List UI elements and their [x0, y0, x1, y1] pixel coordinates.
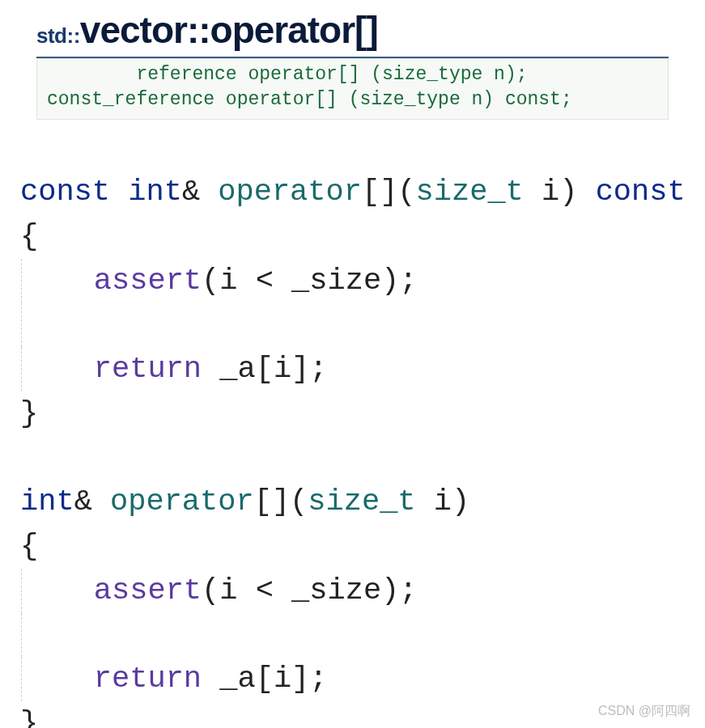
signature-box: reference operator[] (size_type n); cons… — [36, 58, 669, 120]
code-block: const int& operator[](size_t i) const { … — [19, 170, 705, 728]
code-line: int& operator[](size_t i) — [19, 480, 705, 524]
code-line — [19, 436, 705, 480]
page-title: std::vector::operator[] — [36, 8, 669, 58]
code-line: assert(i < _size); — [21, 259, 705, 303]
code-line: { — [19, 214, 705, 259]
code-line: assert(i < _size); — [21, 569, 705, 613]
title-namespace: std:: — [36, 23, 80, 48]
code-line: return _a[i]; — [21, 347, 705, 392]
code-line: } — [19, 392, 705, 436]
watermark: CSDN @阿四啊 — [598, 703, 690, 720]
code-line — [21, 613, 705, 658]
code-line: { — [19, 524, 705, 569]
signature-line-2: const_reference operator[] (size_type n)… — [47, 87, 658, 112]
code-line — [21, 303, 705, 347]
title-symbol: vector::operator[] — [80, 9, 378, 51]
code-line: return _a[i]; — [21, 657, 705, 701]
signature-line-1: reference operator[] (size_type n); — [47, 62, 658, 87]
reference-header: std::vector::operator[] reference operat… — [36, 8, 669, 120]
code-line: const int& operator[](size_t i) const — [19, 170, 705, 214]
